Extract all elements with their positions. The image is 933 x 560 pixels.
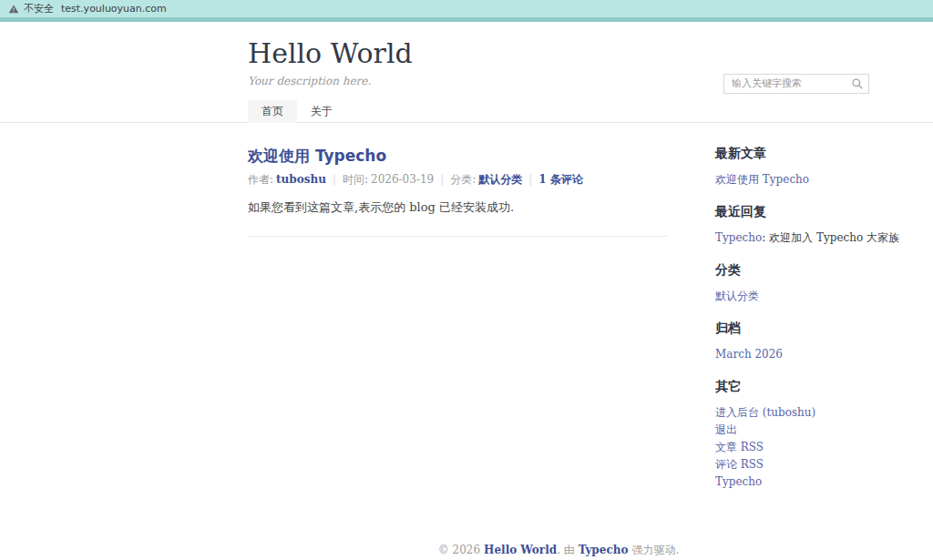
nav-item-about[interactable]: 关于 (297, 100, 346, 123)
list-item: 评论 RSS (715, 456, 866, 473)
meta-separator: | (528, 173, 532, 186)
nav-item-home[interactable]: 首页 (248, 100, 297, 123)
warning-icon (8, 4, 19, 15)
archive-link[interactable]: March 2026 (715, 348, 783, 361)
widget-latest-posts: 最新文章 欢迎使用 Typecho (715, 147, 866, 188)
main-nav: 首页 关于 (248, 100, 869, 123)
list-item: 进入后台 (tuboshu) (715, 404, 866, 422)
widget-categories: 分类 默认分类 (715, 263, 866, 305)
list-item: March 2026 (715, 346, 866, 363)
reply-author-link[interactable]: Typecho (715, 231, 762, 244)
powered-by-text: . 由 (557, 544, 575, 556)
search-input[interactable] (723, 74, 869, 94)
search-box (723, 73, 869, 93)
category-link[interactable]: 默认分类 (478, 173, 522, 186)
url-text[interactable]: test.youluoyuan.com (61, 3, 167, 15)
typecho-link[interactable]: Typecho (715, 475, 762, 488)
comment-rss-link[interactable]: 评论 RSS (715, 458, 764, 471)
widget-title: 最近回复 (715, 205, 866, 219)
widget-archives: 归档 March 2026 (715, 321, 866, 363)
logout-link[interactable]: 退出 (715, 423, 737, 436)
page-content: 欢迎使用 Typecho 作者:tuboshu|时间:2026-03-19|分类… (248, 123, 869, 507)
post-list: 欢迎使用 Typecho 作者:tuboshu|时间:2026-03-19|分类… (248, 123, 668, 507)
list-item: Typecho (715, 473, 866, 491)
widget-title: 其它 (715, 380, 866, 393)
footer-site-link[interactable]: Hello World (484, 544, 557, 556)
site-footer: © 2026Hello World. 由Typecho强力驱动. (248, 507, 869, 560)
latest-post-link[interactable]: 欢迎使用 Typecho (715, 173, 809, 186)
category-label: 分类: (450, 173, 476, 186)
widget-recent-replies: 最近回复 Typecho: 欢迎加入 Typecho 大家族 (715, 205, 866, 247)
post: 欢迎使用 Typecho 作者:tuboshu|时间:2026-03-19|分类… (248, 147, 668, 216)
site-title: Hello World (248, 38, 869, 69)
widget-title: 归档 (715, 321, 866, 335)
post-title: 欢迎使用 Typecho (248, 147, 668, 165)
meta-separator: | (440, 173, 444, 186)
post-body: 如果您看到这篇文章,表示您的 blog 已经安装成功. (248, 199, 668, 216)
browser-address-bar[interactable]: 不安全 test.youluoyuan.com (0, 0, 933, 17)
footer-typecho-link[interactable]: Typecho (579, 544, 629, 556)
post-rss-link[interactable]: 文章 RSS (715, 441, 764, 453)
site-title-link[interactable]: Hello World (248, 37, 413, 69)
time-label: 时间: (343, 173, 368, 186)
post-title-link[interactable]: 欢迎使用 Typecho (248, 147, 386, 165)
site-header: Hello World Your description here. 首页 关于 (0, 22, 933, 123)
admin-link[interactable]: 进入后台 (tuboshu) (715, 406, 815, 419)
comments-link[interactable]: 1 条评论 (538, 173, 583, 186)
search-icon[interactable] (851, 76, 864, 94)
list-item: 文章 RSS (715, 439, 866, 456)
meta-separator: | (333, 173, 336, 186)
list-item: 默认分类 (715, 288, 866, 305)
reply-excerpt: : 欢迎加入 Typecho 大家族 (762, 231, 899, 244)
author-label: 作者: (248, 173, 273, 186)
author-link[interactable]: tuboshu (276, 173, 326, 186)
security-label[interactable]: 不安全 (24, 2, 54, 15)
widget-title: 最新文章 (715, 147, 866, 160)
list-item: 欢迎使用 Typecho (715, 171, 866, 188)
widget-misc: 其它 进入后台 (tuboshu) 退出 文章 RSS 评论 RSS Typec… (715, 380, 866, 491)
post-divider (248, 236, 668, 237)
post-meta: 作者:tuboshu|时间:2026-03-19|分类:默认分类|1 条评论 (248, 173, 668, 187)
copyright-text: © 2026 (438, 544, 480, 556)
category-sidebar-link[interactable]: 默认分类 (715, 290, 759, 302)
list-item: 退出 (715, 422, 866, 439)
sidebar: 最新文章 欢迎使用 Typecho 最近回复 Typecho: 欢迎加入 Typ… (715, 123, 866, 507)
post-date: 2026-03-19 (371, 173, 434, 186)
list-item: Typecho: 欢迎加入 Typecho 大家族 (715, 229, 866, 247)
widget-title: 分类 (715, 263, 866, 277)
powered-suffix-text: 强力驱动. (631, 544, 679, 556)
